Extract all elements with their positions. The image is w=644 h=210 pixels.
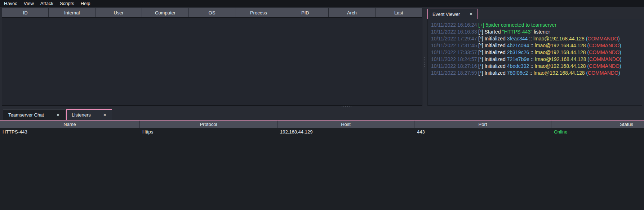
bottom-tab-bar: Teamserver Chat ✕ Listeners ✕	[0, 109, 644, 120]
log-text: COMMANDO	[589, 43, 619, 48]
tab-teamserver-chat-label: Teamserver Chat	[8, 112, 44, 118]
log-text: 2b319c26	[507, 49, 529, 55]
sessions-table: IDInternalUserComputerOSProcessPIDArchLa…	[2, 8, 422, 106]
listener-cell-port: 443	[414, 129, 551, 135]
log-text: ::	[528, 36, 533, 41]
log-line: 10/11/2022 17:31:45 [*] Initialized 4b21…	[431, 42, 642, 49]
log-text: ] Initialized	[482, 36, 507, 41]
log-line: 10/11/2022 18:27:59 [*] Initialized 780f…	[431, 70, 642, 76]
log-text: )	[619, 49, 621, 55]
tab-event-viewer[interactable]: Event Viewer ✕	[427, 9, 478, 19]
log-text: lmao@192.168.44.128	[534, 70, 585, 76]
log-text: lmao@192.168.44.128	[535, 49, 586, 55]
tab-listeners-label: Listeners	[72, 112, 91, 118]
log-timestamp: 10/11/2022 17:31:45	[431, 43, 478, 48]
log-text: 4b21c094	[507, 43, 529, 48]
menu-item-help[interactable]: Help	[77, 1, 94, 6]
log-text: ::	[529, 63, 535, 69]
menu-bar: HavocViewAttackScriptsHelp	[0, 0, 644, 7]
log-text: ] Initialized	[482, 63, 507, 69]
log-text: COMMANDO	[589, 63, 619, 69]
log-text: COMMANDO	[587, 36, 618, 41]
log-timestamp: 10/11/2022 17:29:47	[431, 36, 478, 41]
grip-dot	[343, 106, 344, 107]
listener-cell-name: HTTPS-443	[0, 129, 140, 135]
listener-cell-protocol: Https	[140, 129, 277, 135]
log-text: COMMANDO	[589, 56, 620, 62]
log-text: )	[618, 36, 620, 41]
sessions-column-id: ID	[2, 8, 49, 17]
log-timestamp: 10/11/2022 18:27:16	[431, 63, 478, 69]
log-text: 3feac344	[507, 36, 528, 41]
log-text: ] Initialized	[482, 43, 507, 48]
event-log: 10/11/2022 16:16:24 [+] 5pider connected…	[427, 19, 642, 106]
listener-row[interactable]: HTTPS-443Https192.168.44.129443Online	[0, 128, 644, 135]
log-text: listener	[532, 29, 550, 35]
grip-dot	[345, 106, 346, 107]
sessions-column-last: Last	[376, 8, 422, 17]
grip-dot	[351, 106, 351, 107]
tab-listeners[interactable]: Listeners ✕	[66, 109, 112, 120]
log-text: 780f06e2	[507, 70, 528, 76]
menu-item-attack[interactable]: Attack	[37, 1, 57, 6]
log-text: )	[620, 56, 622, 62]
grip-dot	[424, 57, 425, 58]
listeners-table-body: HTTPS-443Https192.168.44.129443Online	[0, 128, 644, 135]
log-line: 10/11/2022 17:29:47 [*] Initialized 3fea…	[431, 35, 642, 42]
vertical-splitter-grip[interactable]	[424, 57, 425, 67]
log-text: lmao@192.168.44.128	[535, 56, 586, 62]
log-text: ::	[529, 43, 535, 48]
log-line: 10/11/2022 17:33:57 [*] Initialized 2b31…	[431, 49, 642, 56]
horizontal-splitter-grip[interactable]	[342, 106, 351, 107]
listeners-column-port: Port	[414, 121, 551, 128]
log-text: COMMANDO	[589, 49, 619, 55]
grip-dot	[424, 59, 425, 60]
event-viewer-panel: Event Viewer ✕ 10/11/2022 16:16:24 [+] 5…	[427, 9, 642, 106]
log-text: "HTTPS-443"	[502, 29, 532, 35]
log-line: 10/11/2022 18:27:16 [*] Initialized 4bed…	[431, 63, 642, 70]
menu-item-havoc[interactable]: Havoc	[1, 1, 21, 6]
grip-dot	[424, 62, 425, 63]
grip-dot	[424, 66, 425, 67]
log-line: 10/11/2022 16:16:33 [*] Started "HTTPS-4…	[431, 29, 642, 35]
log-text: ] Started	[482, 29, 502, 35]
listeners-table-header: NameProtocolHostPortStatus	[0, 121, 644, 128]
log-text: lmao@192.168.44.128	[535, 43, 586, 48]
log-text: ] Initialized	[482, 56, 507, 62]
log-timestamp: 10/11/2022 18:24:57	[431, 56, 478, 62]
log-text: COMMANDO	[588, 70, 618, 76]
log-text: lmao@192.168.44.128	[535, 63, 586, 69]
listeners-table: NameProtocolHostPortStatus HTTPS-443Http…	[0, 120, 644, 210]
listeners-column-name: Name	[0, 121, 140, 128]
close-icon[interactable]: ✕	[469, 12, 473, 17]
log-timestamp: 10/11/2022 16:16:24	[431, 22, 478, 28]
sessions-column-internal: Internal	[49, 8, 95, 17]
log-text: ] Initialized	[482, 70, 507, 76]
sessions-column-user: User	[96, 8, 142, 17]
log-text: lmao@192.168.44.128	[533, 36, 585, 41]
sessions-table-header: IDInternalUserComputerOSProcessPIDArchLa…	[2, 8, 422, 18]
log-text: 4bedc392	[507, 63, 529, 69]
tab-teamserver-chat[interactable]: Teamserver Chat ✕	[3, 109, 65, 120]
sessions-column-arch: Arch	[329, 8, 375, 17]
sessions-column-os: OS	[189, 8, 235, 17]
log-text: ::	[528, 70, 534, 76]
listeners-column-status: Status	[551, 121, 644, 128]
log-text: [+] 5pider connected to teamserver	[478, 22, 556, 28]
listeners-column-protocol: Protocol	[140, 121, 277, 128]
log-text: )	[619, 63, 621, 69]
log-timestamp: 10/11/2022 17:33:57	[431, 49, 478, 55]
log-text: ] Initialized	[482, 49, 507, 55]
bottom-dock: Teamserver Chat ✕ Listeners ✕ NameProtoc…	[0, 109, 644, 210]
listeners-column-host: Host	[277, 121, 414, 128]
close-icon[interactable]: ✕	[56, 113, 60, 118]
close-icon[interactable]: ✕	[103, 113, 107, 118]
sessions-column-computer: Computer	[142, 8, 188, 17]
listener-cell-host: 192.168.44.129	[277, 129, 414, 135]
menu-item-view[interactable]: View	[21, 1, 37, 6]
grip-dot	[424, 64, 425, 65]
log-text: ::	[529, 49, 535, 55]
menu-item-scripts[interactable]: Scripts	[57, 1, 77, 6]
grip-dot	[347, 106, 348, 107]
sessions-column-pid: PID	[282, 8, 329, 17]
